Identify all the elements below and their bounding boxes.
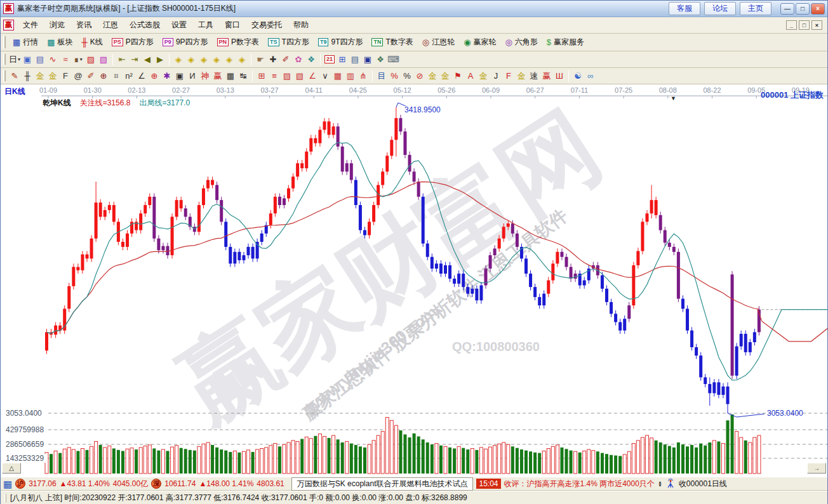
draw-icon-25[interactable]: ∨ [319, 70, 331, 83]
toolbar-button-1[interactable]: ▩板块 [43, 36, 77, 50]
tool-icon-32[interactable]: ⌨ [387, 53, 400, 66]
kline-chart[interactable]: 赢家财富网赢家江恩软件 股票分析软件 江恩工具软件www.yingjia360.… [1, 84, 827, 477]
toolbar-button-9[interactable]: ◎江恩轮 [418, 36, 459, 50]
draw-icon-11[interactable]: ⊕ [148, 70, 161, 83]
menu-item-8[interactable]: 交易委托 [246, 18, 288, 32]
tool-icon-1[interactable]: ▣ [21, 53, 34, 66]
draw-icon-8[interactable]: ⌗ [110, 70, 123, 83]
tool-icon-3[interactable]: ∿ [46, 53, 59, 66]
scroll-right-button[interactable]: → [807, 463, 826, 474]
draw-icon-7[interactable]: ⊕ [97, 70, 110, 83]
draw-icon-44[interactable]: Ш [553, 70, 566, 83]
customer-service-button[interactable]: 客服 [669, 2, 700, 15]
tool-icon-31[interactable]: ❖ [374, 53, 387, 66]
draw-icon-4[interactable]: F [59, 70, 72, 83]
toolbar-button-3[interactable]: PSP四方形 [107, 36, 158, 50]
draw-icon-3[interactable]: 金 [46, 70, 59, 83]
tool-icon-0[interactable]: 日▾ [8, 53, 21, 66]
draw-icon-42[interactable]: 速 [528, 70, 540, 83]
tool-icon-5[interactable]: ∎▾ [72, 53, 84, 66]
draw-icon-34[interactable]: 金 [426, 70, 439, 83]
draw-icon-39[interactable]: J [490, 70, 502, 83]
tool-icon-22[interactable]: ✚ [267, 53, 279, 66]
maximize-button[interactable]: □ [796, 3, 810, 15]
menu-item-6[interactable]: 工具 [192, 18, 219, 32]
child-close-button[interactable]: × [811, 20, 822, 30]
draw-icon-40[interactable]: F [502, 70, 515, 83]
draw-icon-17[interactable]: ▦ [224, 70, 237, 83]
ticker-spinner[interactable]: ▲▼ [658, 481, 662, 487]
toolbar-button-8[interactable]: TNT数字表 [367, 36, 417, 50]
tool-icon-11[interactable]: ◀ [141, 53, 154, 66]
draw-icon-36[interactable]: ⚑ [451, 70, 464, 83]
toolbar-button-0[interactable]: ▦行情 [8, 36, 43, 50]
draw-icon-9[interactable]: n² [123, 70, 135, 83]
tool-icon-2[interactable]: ▤ [34, 53, 46, 66]
tool-icon-23[interactable]: ✐ [279, 53, 292, 66]
menu-item-9[interactable]: 帮助 [288, 18, 314, 32]
toolbar-grip[interactable] [3, 36, 6, 48]
menu-item-5[interactable]: 设置 [166, 18, 192, 32]
tool-icon-19[interactable]: ◈ [236, 53, 248, 66]
tool-icon-14[interactable]: ◈ [172, 53, 185, 66]
draw-icon-33[interactable]: ⊘ [413, 70, 426, 83]
tool-icon-25[interactable]: ❖ [305, 53, 317, 66]
market-grid-icon[interactable]: ▦ [3, 479, 12, 489]
menu-item-3[interactable]: 江恩 [97, 18, 124, 32]
toolbar-button-11[interactable]: ◎六角形 [501, 36, 542, 50]
menu-item-4[interactable]: 公式选股 [124, 18, 166, 32]
tool-icon-7[interactable]: ▧ [97, 53, 110, 66]
draw-icon-15[interactable]: 神 [199, 70, 211, 83]
draw-icon-18[interactable]: ↹ [237, 70, 250, 83]
draw-icon-0[interactable]: ✎ [8, 70, 21, 83]
minimize-button[interactable]: — [780, 3, 794, 15]
draw-icon-38[interactable]: 金 [477, 70, 490, 83]
draw-icon-24[interactable]: ∠ [306, 70, 319, 83]
toolbar-grip[interactable] [3, 54, 6, 65]
tool-icon-29[interactable]: ▤ [349, 53, 361, 66]
tool-icon-6[interactable]: ▨ [84, 53, 97, 66]
draw-icon-10[interactable]: ∠ [135, 70, 148, 83]
tool-icon-12[interactable]: ▶ [154, 53, 166, 66]
draw-icon-21[interactable]: ≡ [268, 70, 281, 83]
menu-item-7[interactable]: 窗口 [219, 18, 246, 32]
tool-icon-10[interactable]: ⇥ [128, 53, 141, 66]
tool-icon-16[interactable]: ◈ [197, 53, 210, 66]
draw-icon-22[interactable]: ▨ [281, 70, 293, 83]
child-restore-button[interactable]: □ [799, 20, 810, 30]
draw-icon-14[interactable]: И [186, 70, 199, 83]
draw-icon-31[interactable]: % [388, 70, 401, 83]
tool-icon-28[interactable]: ⊞ [336, 53, 349, 66]
menu-item-2[interactable]: 资讯 [70, 18, 97, 32]
draw-icon-1[interactable]: ╫ [21, 70, 34, 83]
toolbar-button-5[interactable]: PNP数字表 [213, 36, 264, 50]
tool-icon-21[interactable]: ☛ [254, 53, 267, 66]
draw-icon-6[interactable]: ✐ [84, 70, 97, 83]
toolbar-button-6[interactable]: TST四方形 [264, 36, 314, 50]
child-minimize-button[interactable]: _ [786, 20, 797, 30]
homepage-button[interactable]: 主页 [740, 2, 771, 15]
tool-icon-15[interactable]: ◈ [185, 53, 197, 66]
forum-button[interactable]: 论坛 [704, 2, 736, 15]
tool-icon-24[interactable]: ✿ [292, 53, 305, 66]
draw-icon-27[interactable]: ▥ [344, 70, 357, 83]
menu-item-1[interactable]: 浏览 [44, 18, 70, 32]
toolbar-button-4[interactable]: P99P四方形 [158, 36, 213, 50]
draw-icon-30[interactable]: 目 [375, 70, 388, 83]
draw-icon-12[interactable]: ✱ [161, 70, 173, 83]
draw-icon-23[interactable]: ▧ [293, 70, 306, 83]
expand-volume-button[interactable]: △ [2, 463, 21, 474]
draw-icon-35[interactable]: 金 [439, 70, 451, 83]
tool-icon-4[interactable]: ≈ [59, 53, 72, 66]
tool-icon-9[interactable]: ⇤ [116, 53, 128, 66]
draw-icon-20[interactable]: ⊞ [255, 70, 268, 83]
draw-icon-47[interactable]: ∞ [584, 70, 597, 83]
draw-icon-2[interactable]: 金 [34, 70, 46, 83]
toolbar-button-7[interactable]: T99T四方形 [314, 36, 368, 50]
toolbar-button-12[interactable]: $赢家服务 [542, 36, 589, 50]
market-review-text[interactable]: 收评：沪指高开高走涨1.4% 两市近4000只个 [504, 479, 655, 489]
draw-icon-41[interactable]: 金 [515, 70, 528, 83]
draw-icon-43[interactable]: 赢 [540, 70, 553, 83]
menu-item-0[interactable]: 文件 [17, 18, 44, 32]
tab-daily-kline[interactable]: 日K线 [4, 86, 25, 97]
